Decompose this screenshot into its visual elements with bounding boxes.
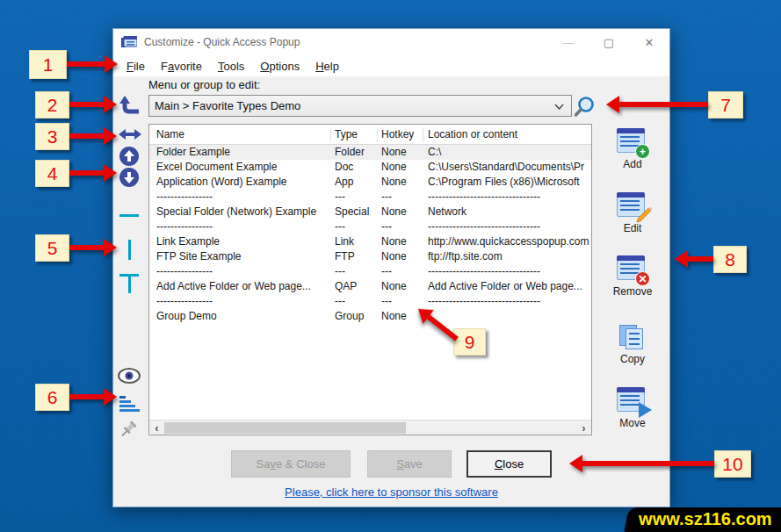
- scroll-left-icon[interactable]: ‹: [149, 421, 164, 435]
- save-and-close-button[interactable]: Save & Close: [231, 450, 351, 478]
- menu-options[interactable]: Options: [252, 57, 307, 75]
- callout-1-arrow: [67, 55, 118, 73]
- copy-label: Copy: [605, 353, 660, 365]
- watermark: www.sz116.com: [625, 507, 781, 532]
- sponsor-link[interactable]: Please, click here to sponsor this softw…: [285, 485, 498, 499]
- table-row[interactable]: Excel Document ExampleDocNoneC:\Users\St…: [149, 160, 591, 175]
- move-button[interactable]: Move: [605, 387, 660, 429]
- callout-5-arrow: [69, 239, 117, 256]
- table-row-separator[interactable]: ----------------------------------------…: [149, 219, 591, 234]
- maximize-button[interactable]: ▢: [589, 29, 629, 55]
- callout-1: 1: [29, 50, 67, 79]
- callout-10-arrow: [569, 455, 714, 472]
- scrollbar-thumb[interactable]: [164, 422, 406, 434]
- close-button[interactable]: Close: [466, 450, 552, 478]
- callout-3: 3: [35, 123, 69, 150]
- add-icon: +: [617, 128, 648, 156]
- callout-2: 2: [35, 91, 69, 119]
- title-bar: Customize - Quick Access Popup — ▢ ✕: [113, 29, 669, 55]
- edit-button[interactable]: Edit: [605, 192, 660, 234]
- callout-4-arrow: [69, 164, 117, 182]
- callout-4: 4: [35, 160, 69, 187]
- save-button[interactable]: Save: [367, 450, 452, 478]
- menu-group-select[interactable]: Main > Favorite Types Demo: [148, 95, 572, 117]
- header-location[interactable]: Location or content: [423, 127, 591, 142]
- copy-icon: [617, 323, 648, 351]
- copy-button[interactable]: Copy: [605, 323, 660, 365]
- table-row[interactable]: FTP Site ExampleFTPNoneftp://ftp.site.co…: [149, 249, 591, 264]
- move-label: Move: [605, 417, 660, 429]
- callout-6-arrow: [69, 388, 117, 406]
- scrollbar-track[interactable]: [164, 421, 576, 435]
- move-icon: [617, 387, 648, 415]
- menu-favorite[interactable]: Favorite: [153, 57, 210, 75]
- hide-show-icon[interactable]: [118, 368, 141, 384]
- header-hotkey[interactable]: Hotkey: [378, 127, 423, 142]
- remove-label: Remove: [605, 285, 660, 298]
- edit-icon: [617, 192, 648, 220]
- table-row-separator[interactable]: ----------------------------------------…: [149, 190, 591, 205]
- table-row[interactable]: Group DemoGroupNone: [149, 309, 591, 324]
- callout-8: 8: [713, 246, 747, 273]
- add-separator-line-icon[interactable]: [119, 214, 139, 217]
- callout-2-arrow: [69, 96, 117, 113]
- menu-or-group-label: Menu or group to edit:: [148, 78, 260, 91]
- favorites-table[interactable]: Name Type Hotkey Location or content Fol…: [148, 124, 592, 435]
- horizontal-scrollbar[interactable]: ‹ ›: [149, 420, 591, 435]
- menu-help[interactable]: Help: [307, 57, 347, 75]
- callout-5: 5: [35, 234, 69, 262]
- scroll-right-icon[interactable]: ›: [576, 421, 591, 435]
- menu-bar: File Favorite Tools Options Help: [113, 55, 669, 76]
- callout-7-arrow: [606, 96, 708, 113]
- table-header-row: Name Type Hotkey Location or content: [149, 125, 591, 145]
- callout-10: 10: [714, 450, 751, 478]
- customize-window: Customize - Quick Access Popup — ▢ ✕ Fil…: [112, 28, 670, 507]
- move-left-right-icon[interactable]: [119, 128, 141, 140]
- table-row[interactable]: Link ExampleLinkNonehttp://www.quickacce…: [149, 234, 591, 249]
- sort-items-icon[interactable]: [119, 396, 141, 413]
- move-up-icon[interactable]: [119, 147, 139, 166]
- sponsor-link-row: Please, click here to sponsor this softw…: [113, 484, 669, 500]
- remove-icon: ✕: [617, 255, 648, 284]
- move-down-icon[interactable]: [119, 168, 139, 187]
- go-up-menu-icon[interactable]: [119, 95, 141, 115]
- window-title: Customize - Quick Access Popup: [144, 36, 300, 48]
- add-column-break-icon[interactable]: [128, 240, 131, 260]
- pin-window-icon[interactable]: [119, 421, 139, 440]
- header-type[interactable]: Type: [331, 127, 378, 142]
- add-button[interactable]: + Add: [605, 128, 660, 170]
- add-label: Add: [605, 158, 660, 170]
- callout-8-arrow: [675, 250, 713, 268]
- search-menu-icon[interactable]: [574, 96, 596, 118]
- chevron-down-icon: [554, 104, 564, 110]
- table-row-separator[interactable]: ----------------------------------------…: [149, 264, 591, 279]
- header-name[interactable]: Name: [149, 127, 331, 142]
- menu-tools[interactable]: Tools: [210, 57, 252, 75]
- minimize-button[interactable]: —: [548, 29, 589, 55]
- table-row[interactable]: Special Folder (Network) ExampleSpecialN…: [149, 205, 591, 219]
- callout-7: 7: [708, 91, 743, 119]
- callout-3-arrow: [69, 127, 117, 145]
- close-window-button[interactable]: ✕: [629, 29, 669, 55]
- app-icon: [121, 36, 137, 49]
- table-row[interactable]: Folder ExampleFolderNoneC:\: [149, 145, 591, 160]
- table-row-separator[interactable]: ----------------------------------------…: [149, 294, 591, 309]
- menu-file[interactable]: File: [119, 57, 153, 75]
- combo-value: Main > Favorite Types Demo: [155, 99, 300, 112]
- edit-label: Edit: [605, 222, 660, 234]
- remove-button[interactable]: ✕ Remove: [605, 255, 660, 298]
- add-menu-top-icon[interactable]: [119, 274, 139, 293]
- table-row[interactable]: Add Active Folder or Web page...QAPNoneA…: [149, 279, 591, 294]
- table-row[interactable]: Application (Word) ExampleAppNoneC:\Prog…: [149, 175, 591, 190]
- desktop: { "win": { "title": "Customize - Quick A…: [0, 0, 781, 532]
- callout-6: 6: [35, 384, 69, 411]
